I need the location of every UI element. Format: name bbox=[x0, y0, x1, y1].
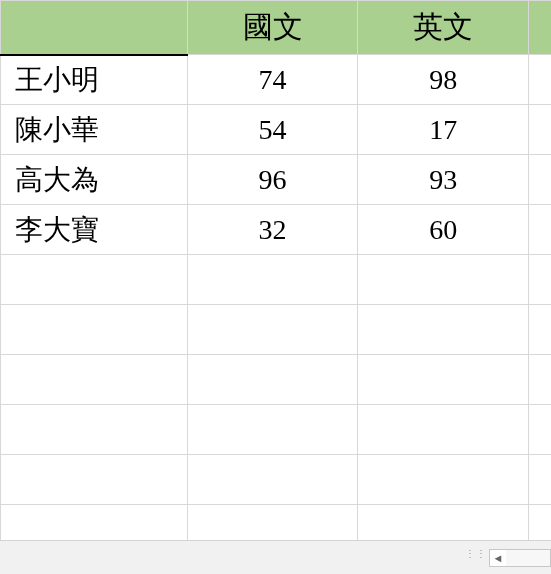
header-cell-empty[interactable] bbox=[529, 1, 551, 55]
spreadsheet-grid[interactable]: 國文 英文 王小明 74 98 陳小華 54 17 高大為 96 93 李大寶 … bbox=[0, 0, 551, 540]
cell-empty[interactable] bbox=[1, 405, 188, 455]
cell-empty[interactable] bbox=[1, 455, 188, 505]
cell-empty[interactable] bbox=[187, 505, 358, 541]
table-row bbox=[1, 455, 552, 505]
bottom-bar: ⋮⋮ ◄ bbox=[0, 540, 551, 574]
table-row bbox=[1, 305, 552, 355]
cell-empty[interactable] bbox=[358, 355, 529, 405]
cell-value[interactable]: 98 bbox=[358, 55, 529, 105]
cell-empty[interactable] bbox=[529, 405, 551, 455]
cell-value[interactable]: 32 bbox=[187, 205, 358, 255]
cell-empty[interactable] bbox=[358, 455, 529, 505]
cell-value[interactable]: 60 bbox=[358, 205, 529, 255]
table-row: 陳小華 54 17 bbox=[1, 105, 552, 155]
cell-value[interactable]: 96 bbox=[187, 155, 358, 205]
cell-empty[interactable] bbox=[529, 55, 551, 105]
sheet-tab-splitter-icon[interactable]: ⋮⋮ bbox=[465, 551, 487, 556]
cell-empty[interactable] bbox=[1, 305, 188, 355]
table-row: 李大寶 32 60 bbox=[1, 205, 552, 255]
table-row bbox=[1, 505, 552, 541]
header-cell-blank[interactable] bbox=[1, 1, 188, 55]
cell-name[interactable]: 王小明 bbox=[1, 55, 188, 105]
table-row: 高大為 96 93 bbox=[1, 155, 552, 205]
scroll-track[interactable] bbox=[506, 550, 550, 566]
cell-empty[interactable] bbox=[358, 305, 529, 355]
cell-empty[interactable] bbox=[187, 255, 358, 305]
header-cell-chinese[interactable]: 國文 bbox=[187, 1, 358, 55]
cell-value[interactable]: 74 bbox=[187, 55, 358, 105]
cell-empty[interactable] bbox=[529, 505, 551, 541]
cell-empty[interactable] bbox=[529, 205, 551, 255]
cell-empty[interactable] bbox=[529, 155, 551, 205]
scroll-left-icon[interactable]: ◄ bbox=[490, 552, 506, 564]
cell-name[interactable]: 高大為 bbox=[1, 155, 188, 205]
cell-empty[interactable] bbox=[529, 355, 551, 405]
table-row bbox=[1, 405, 552, 455]
cell-empty[interactable] bbox=[529, 305, 551, 355]
table-row: 王小明 74 98 bbox=[1, 55, 552, 105]
cell-empty[interactable] bbox=[187, 455, 358, 505]
cell-empty[interactable] bbox=[1, 355, 188, 405]
cell-empty[interactable] bbox=[358, 405, 529, 455]
table-row bbox=[1, 355, 552, 405]
cell-value[interactable]: 93 bbox=[358, 155, 529, 205]
horizontal-scrollbar[interactable]: ◄ bbox=[489, 549, 551, 567]
cell-value[interactable]: 17 bbox=[358, 105, 529, 155]
cell-empty[interactable] bbox=[529, 255, 551, 305]
cell-empty[interactable] bbox=[529, 455, 551, 505]
cell-empty[interactable] bbox=[1, 255, 188, 305]
cell-empty[interactable] bbox=[187, 355, 358, 405]
cell-empty[interactable] bbox=[1, 505, 188, 541]
cell-empty[interactable] bbox=[187, 305, 358, 355]
cell-value[interactable]: 54 bbox=[187, 105, 358, 155]
data-table: 國文 英文 王小明 74 98 陳小華 54 17 高大為 96 93 李大寶 … bbox=[0, 0, 551, 540]
cell-empty[interactable] bbox=[358, 505, 529, 541]
cell-name[interactable]: 李大寶 bbox=[1, 205, 188, 255]
header-cell-english[interactable]: 英文 bbox=[358, 1, 529, 55]
cell-empty[interactable] bbox=[187, 405, 358, 455]
cell-empty[interactable] bbox=[358, 255, 529, 305]
header-row: 國文 英文 bbox=[1, 1, 552, 55]
cell-name[interactable]: 陳小華 bbox=[1, 105, 188, 155]
cell-empty[interactable] bbox=[529, 105, 551, 155]
table-row bbox=[1, 255, 552, 305]
